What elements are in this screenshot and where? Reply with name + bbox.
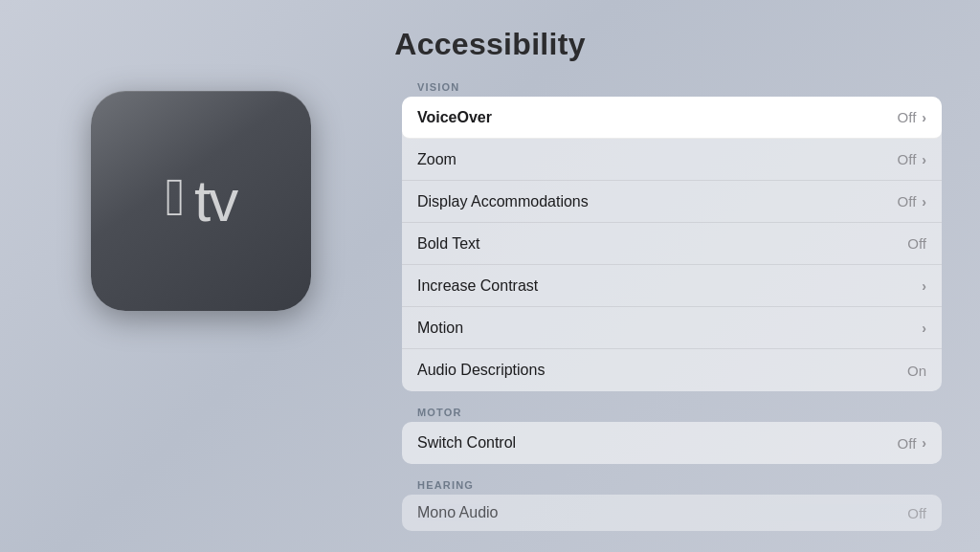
apple-tv-logo:  tv	[166, 171, 237, 231]
apple-tv-device:  tv	[91, 91, 311, 311]
settings-panel: VISION VoiceOver Off › Zoom Off ›	[402, 81, 942, 531]
motion-row[interactable]: Motion ›	[402, 307, 942, 349]
bold-text-status: Off	[907, 235, 926, 252]
voiceover-chevron-icon: ›	[922, 110, 926, 125]
zoom-label: Zoom	[417, 151, 457, 168]
switch-control-right: Off ›	[898, 435, 926, 452]
motion-chevron-icon: ›	[922, 320, 926, 336]
increase-contrast-row[interactable]: Increase Contrast ›	[402, 265, 942, 307]
audio-descriptions-status: On	[907, 363, 926, 379]
mono-audio-row[interactable]: Mono Audio Off	[402, 495, 942, 531]
mono-audio-status: Off	[907, 505, 926, 521]
apple-logo-icon: 	[166, 170, 185, 224]
voiceover-label: VoiceOver	[417, 109, 492, 126]
audio-descriptions-row[interactable]: Audio Descriptions On	[402, 349, 942, 391]
bold-text-row[interactable]: Bold Text Off	[402, 223, 942, 265]
motion-label: Motion	[417, 320, 463, 337]
page-title: Accessibility	[394, 27, 586, 62]
zoom-row[interactable]: Zoom Off ›	[402, 139, 942, 181]
switch-control-status: Off	[898, 435, 917, 452]
motor-settings-list: Switch Control Off ›	[402, 422, 942, 464]
hearing-settings-list: Mono Audio Off	[402, 495, 942, 531]
mono-audio-right: Off	[907, 505, 926, 521]
vision-section-label: VISION	[402, 81, 942, 93]
voiceover-row[interactable]: VoiceOver Off ›	[402, 97, 942, 139]
page-container: Accessibility  tv VISION VoiceOver Off …	[0, 0, 980, 552]
switch-control-row[interactable]: Switch Control Off ›	[402, 422, 942, 464]
tv-label: tv	[194, 171, 236, 231]
bold-text-label: Bold Text	[417, 235, 480, 253]
vision-settings-list: VoiceOver Off › Zoom Off › Display Accom…	[402, 97, 942, 391]
voiceover-right: Off ›	[898, 109, 926, 125]
display-accommodations-right: Off ›	[898, 193, 926, 210]
display-accommodations-chevron-icon: ›	[922, 194, 926, 210]
switch-control-label: Switch Control	[417, 434, 516, 452]
zoom-chevron-icon: ›	[922, 152, 926, 167]
voiceover-status: Off	[898, 109, 917, 125]
audio-descriptions-label: Audio Descriptions	[417, 362, 545, 379]
hearing-section-label: HEARING	[402, 479, 942, 491]
motion-right: ›	[922, 320, 926, 336]
audio-descriptions-right: On	[907, 363, 926, 379]
display-accommodations-row[interactable]: Display Accommodations Off ›	[402, 181, 942, 223]
zoom-status: Off	[898, 151, 917, 167]
display-accommodations-status: Off	[898, 193, 917, 210]
display-accommodations-label: Display Accommodations	[417, 193, 589, 210]
device-illustration:  tv	[38, 91, 364, 311]
motor-section-label: MOTOR	[402, 407, 942, 418]
increase-contrast-chevron-icon: ›	[922, 278, 926, 294]
zoom-right: Off ›	[898, 151, 926, 167]
switch-control-chevron-icon: ›	[922, 435, 926, 451]
bold-text-right: Off	[907, 235, 926, 252]
increase-contrast-right: ›	[922, 278, 926, 294]
mono-audio-label: Mono Audio	[417, 504, 499, 521]
increase-contrast-label: Increase Contrast	[417, 277, 538, 295]
content-area:  tv VISION VoiceOver Off › Zoom	[0, 81, 980, 531]
